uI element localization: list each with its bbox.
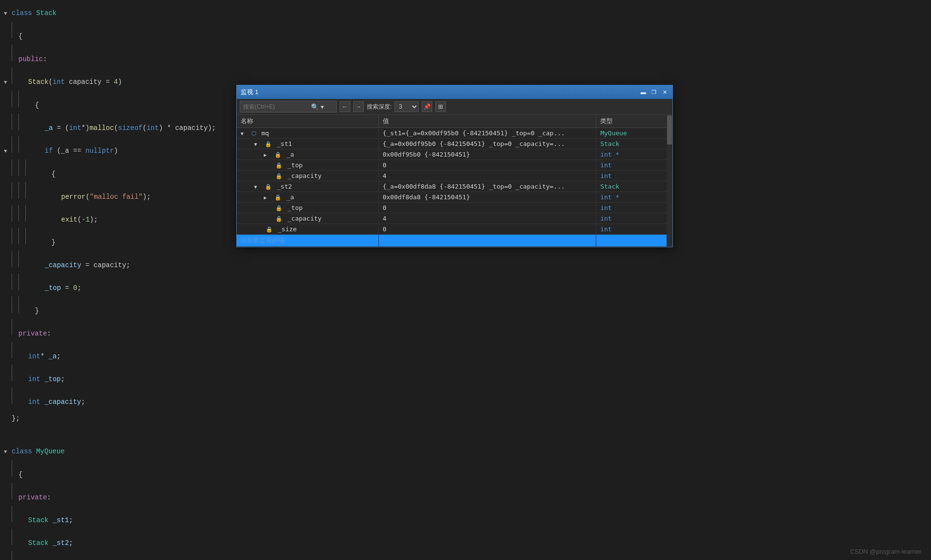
row-name: ▼ 🔒 _st2 <box>237 181 378 192</box>
scrollbar-thumb[interactable] <box>667 115 672 144</box>
scrollbar[interactable] <box>667 115 672 247</box>
code-line: ▼ Stack(int capacity = 4) <box>0 67 238 91</box>
table-row[interactable]: 🔒 _capacity 4 int <box>237 213 672 224</box>
titlebar-controls: ▬ ❐ ✕ <box>639 88 669 96</box>
lock-icon: 🔒 <box>266 226 273 233</box>
row-name: ▶ 🔒 _a <box>237 149 378 160</box>
code-line: Stack _st1; <box>0 506 238 528</box>
ptr-icon: 🔒 <box>275 194 281 201</box>
lock-icon: 🔒 <box>265 141 272 147</box>
lock-icon: 🔒 <box>276 173 282 179</box>
add-watch-type <box>596 235 672 247</box>
table-row[interactable]: ▼ 🔒 _st2 {_a=0x00df8da8 {-842150451} _to… <box>237 181 672 192</box>
row-value: {_a=0x00df95b0 {-842150451} _top=0 _capa… <box>378 139 596 149</box>
expand-icon[interactable]: ▼ <box>241 131 247 136</box>
watch-title: 监视 1 <box>241 88 259 96</box>
row-type: int * <box>596 149 672 160</box>
row-type: MyQueue <box>596 128 672 139</box>
code-line: int _capacity; <box>0 387 238 410</box>
grid-button[interactable]: ⊞ <box>435 101 446 112</box>
watch-toolbar: 🔍 ▾ ← → 搜索深度: 3 1 2 4 5 📌 ⊞ <box>237 99 672 115</box>
row-value: 0 <box>378 160 596 171</box>
code-line: ▼ class MyQueue <box>0 443 238 460</box>
add-watch-value <box>378 235 596 247</box>
row-value: 0 <box>378 203 596 213</box>
row-value: 0x00df8da8 {-842150451} <box>378 192 596 203</box>
row-type: int * <box>596 192 672 203</box>
code-line: Stack _st2; <box>0 528 238 551</box>
search-box[interactable]: 🔍 ▾ <box>240 101 337 112</box>
row-type: int <box>596 224 672 235</box>
table-row[interactable]: ▼ ⬡ mq {_st1={_a=0x00df95b0 {-842150451}… <box>237 128 672 139</box>
code-line: { <box>0 91 238 113</box>
code-line: { <box>0 160 238 182</box>
col-header-name: 名称 <box>237 115 378 128</box>
row-value: {_st1={_a=0x00df95b0 {-842150451} _top=0… <box>378 128 596 139</box>
row-name: 🔒 _capacity <box>237 171 378 181</box>
code-line: int _top; <box>0 365 238 387</box>
row-value: 0x00df95b0 {-842150451} <box>378 149 596 160</box>
watermark: CSDN @program-learner <box>850 548 921 555</box>
watch-titlebar: 监视 1 ▬ ❐ ✕ <box>237 85 672 99</box>
table-header-row: 名称 值 类型 <box>237 115 672 128</box>
code-line: private: <box>0 483 238 506</box>
close-button[interactable]: ✕ <box>661 88 669 96</box>
code-line: { <box>0 22 238 45</box>
code-line: }; <box>0 410 238 427</box>
table-row[interactable]: 🔒 _top 0 int <box>237 203 672 213</box>
code-line: ▼ class Stack <box>0 5 238 22</box>
code-line: public: <box>0 45 238 67</box>
fold-icon[interactable]: ▼ <box>4 74 12 91</box>
minimize-button[interactable]: ▬ <box>639 88 647 96</box>
table-row[interactable]: ▶ 🔒 _a 0x00df8da8 {-842150451} int * <box>237 192 672 203</box>
expand-icon[interactable]: ▶ <box>264 152 271 158</box>
back-button[interactable]: ← <box>340 101 350 112</box>
row-name: ▼ ⬡ mq <box>237 128 378 139</box>
table-row[interactable]: ▼ 🔒 _st1 {_a=0x00df95b0 {-842150451} _to… <box>237 139 672 149</box>
pin-button[interactable]: 📌 <box>422 101 432 112</box>
add-watch-row[interactable]: 添加要监视的项 <box>237 235 672 247</box>
add-watch-name[interactable]: 添加要监视的项 <box>237 235 378 247</box>
lock-icon: 🔒 <box>276 162 282 169</box>
add-watch-label: 添加要监视的项 <box>241 237 285 244</box>
table-row[interactable]: 🔒 _capacity 4 int <box>237 171 672 181</box>
code-editor: ▼ class Stack { public: ▼ Stack(int capa… <box>0 0 238 560</box>
forward-button[interactable]: → <box>353 101 364 112</box>
lock-icon: 🔒 <box>276 205 282 211</box>
row-name: ▶ 🔒 _a <box>237 192 378 203</box>
row-type: int <box>596 171 672 181</box>
expand-icon[interactable]: ▼ <box>254 184 261 190</box>
table-row[interactable]: 🔒 _top 0 int <box>237 160 672 171</box>
col-header-type: 类型 <box>596 115 672 128</box>
watch-window: 监视 1 ▬ ❐ ✕ 🔍 ▾ ← → 搜索深度: 3 1 2 4 5 📌 ⊞ <box>236 85 673 247</box>
col-header-value: 值 <box>378 115 596 128</box>
search-input[interactable] <box>243 103 311 110</box>
row-value: {_a=0x00df8da8 {-842150451} _top=0 _capa… <box>378 181 596 192</box>
fold-icon[interactable]: ▼ <box>4 5 12 22</box>
watch-table: 名称 值 类型 ▼ ⬡ mq {_st1={_a=0x00df95b0 {-84… <box>237 115 672 247</box>
fold-icon[interactable]: ▼ <box>4 143 12 160</box>
fold-icon[interactable]: ▼ <box>4 444 12 460</box>
row-value: 4 <box>378 171 596 181</box>
code-line: } <box>0 296 238 319</box>
search-icon[interactable]: 🔍 ▾ <box>311 103 324 111</box>
code-line: perror("malloc fail"); <box>0 182 238 205</box>
code-line: _a = (int*)malloc(sizeof(int) * capacity… <box>0 113 238 136</box>
restore-button[interactable]: ❐ <box>650 88 658 96</box>
table-row[interactable]: ▶ 🔒 _a 0x00df95b0 {-842150451} int * <box>237 149 672 160</box>
code-line: { <box>0 460 238 483</box>
depth-label: 搜索深度: <box>367 103 392 111</box>
row-value: 4 <box>378 213 596 224</box>
row-name: 🔒 _size <box>237 224 378 235</box>
code-line: _top = 0; <box>0 273 238 296</box>
row-name: 🔒 _capacity <box>237 213 378 224</box>
depth-select[interactable]: 3 1 2 4 5 <box>394 101 419 112</box>
expand-icon[interactable]: ▼ <box>254 142 261 147</box>
expand-icon[interactable]: ▶ <box>264 195 271 200</box>
table-row[interactable]: 🔒 _size 0 int <box>237 224 672 235</box>
row-name: 🔒 _top <box>237 160 378 171</box>
code-line: } <box>0 228 238 251</box>
watch-table-container: 名称 值 类型 ▼ ⬡ mq {_st1={_a=0x00df95b0 {-84… <box>237 115 672 247</box>
row-type: int <box>596 160 672 171</box>
row-type: Stack <box>596 181 672 192</box>
